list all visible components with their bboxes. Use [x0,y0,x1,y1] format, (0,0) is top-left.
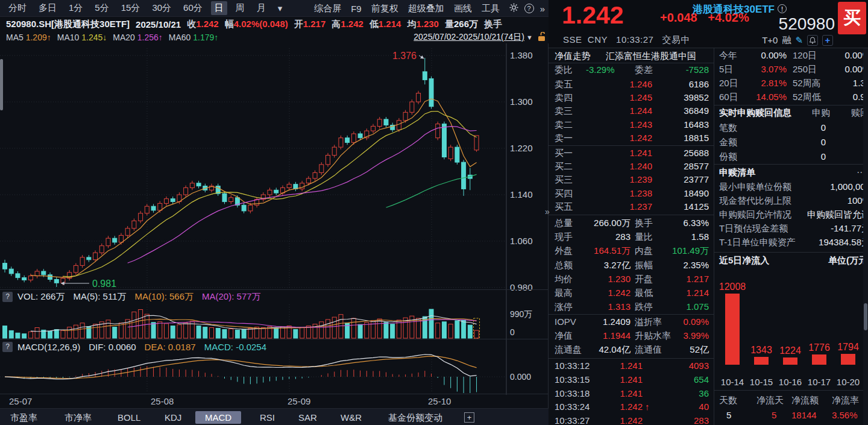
realtime-label: 份额 [719,151,737,163]
level-label: 卖四 [555,92,573,104]
realtime-label: 笔数 [719,122,737,134]
divider [549,145,714,146]
svg-text:0: 0 [510,327,515,337]
bid-row-1[interactable]: 买一1.24125688 [549,147,714,159]
period-tab-2[interactable]: 1分 [65,1,86,15]
flow-table-value: 5 [726,409,731,421]
period-tab-8[interactable]: 周 [232,1,248,15]
help-icon[interactable]: ? [2,342,13,352]
indicator-tab-W&R[interactable]: W&R [336,411,366,424]
tool-0[interactable]: 综合屏 [310,2,345,16]
indicator-value-1: DIF: 0.0060 [89,342,136,352]
svg-text:0.000: 0.000 [510,372,531,382]
level-price: 1.242 [585,132,652,144]
tool-4[interactable]: 画线 [450,2,476,16]
level-price: 1.238 [585,187,652,200]
range-dropdown-icon[interactable]: ▼ [526,34,533,41]
margin-flag: 融 [782,34,791,46]
realtime-value: 0 [775,136,826,148]
tick-price: 1.241 [585,374,643,386]
stat-row-4: 均价1.230开盘1.217 [549,273,714,285]
ma-value: 1.245↓ [81,33,107,42]
period-tab-4[interactable]: 15分 [118,1,144,15]
date-range-selector[interactable]: 2025/07/02-2025/10/21(74日) [414,32,524,43]
indicator-tab-RSI[interactable]: RSI [255,411,280,424]
shenshu-value: -141.77元 [831,222,868,235]
period-tab-6[interactable]: 60分 [180,1,206,15]
scrollbar-thumb[interactable] [864,303,867,330]
macd-panel-header: ?MACD(12,26,9)DIF: 0.0060DEA: 0.0187MACD… [0,341,546,353]
ask-row-5[interactable]: 卖五1.2466186 [549,78,714,90]
pencil-icon[interactable]: ✎ [795,35,803,46]
period-tab-9[interactable]: 月 [253,1,269,15]
ma-item-MA5: MA5 1.209↑ [6,33,51,42]
indicator-tab-市净率[interactable]: 市净率 [60,411,96,424]
scrollbar[interactable] [863,48,868,425]
indicator-value-1: MA(5): 511万 [73,291,126,303]
flow-table-value: 18144 [791,409,817,421]
tool-2[interactable]: 前复权 [368,2,402,16]
flow-bar-date: 10-17 [804,377,834,387]
stat-value: 3.99% [683,330,709,342]
indicator-tab-KDJ[interactable]: KDJ [160,411,186,424]
ask-row-2[interactable]: 卖二1.24316483 [549,119,714,131]
tick-row-1: 10:33:151.241654 [549,374,714,386]
level-qty: 25688 [684,147,709,159]
tool-5[interactable]: 工具 [478,2,503,16]
x-axis-label: 25-07 [9,396,32,406]
flow-table-value: 5 [772,409,776,421]
shenshu-row-0: 最小申赎单位份额1,000,000 [714,181,868,193]
perf-value: 14.05% [738,91,787,103]
realtime-row-2: 份额00 [714,151,868,163]
help-icon[interactable]: ? [524,4,534,13]
security-name: 港股通科技30ETF! [693,2,787,16]
stat-label: 升贴水率 [635,330,671,342]
info-field-label: 量 [445,19,454,29]
tick-qty: 40 [699,401,709,413]
divider [0,339,549,339]
ask-row-4[interactable]: 卖四1.24539852 [549,92,714,104]
toolbar-more-icon[interactable]: » [540,4,545,14]
kline-chart[interactable]: 1.3801.3001.2201.1401.0600.9801.3760.981… [0,0,549,425]
info-field-value: 1.242 [341,19,363,29]
period-tab-5[interactable]: 30分 [148,1,175,15]
divider [714,105,868,105]
stat-value: 6.33% [683,217,709,229]
bid-row-5[interactable]: 买五1.23714125 [549,201,714,213]
tick-price: 1.242 [585,415,643,425]
realtime-header-row: 实时申购赎回信息申购赎回 [714,107,868,119]
add-watch-icon[interactable]: + [822,35,833,46]
period-tab-0[interactable]: 分时 [5,1,30,15]
ask-row-3[interactable]: 卖三1.24436849 [549,105,714,117]
panel-collapse-handle[interactable]: » [545,207,550,216]
bid-row-2[interactable]: 买二1.24028577 [549,160,714,172]
gear-icon[interactable] [509,3,518,14]
bid-row-3[interactable]: 买三1.23923777 [549,174,714,186]
stat-value: 1.075 [686,301,709,313]
bid-row-4[interactable]: 买四1.23818490 [549,187,714,200]
period-tab-3[interactable]: 5分 [91,1,112,15]
left-panel-handle[interactable] [0,59,3,110]
stat-row-1: 现手283量比1.58 [549,231,714,243]
add-indicator-button[interactable]: + [464,412,474,423]
ask-row-1[interactable]: 卖一1.24218815 [549,132,714,144]
nav-tab-chart[interactable]: 净值走势 [555,50,591,62]
period-tab-1[interactable]: 多日 [35,1,60,15]
indicator-tab-基金份额变动[interactable]: 基金份额变动 [383,411,447,424]
tool-3[interactable]: 超级叠加 [404,2,448,16]
indicator-tab-SAR[interactable]: SAR [294,411,322,424]
stat-label: 内盘 [635,245,653,257]
period-tab-7[interactable]: 日 [211,1,227,15]
buy-button[interactable]: 买 [838,2,866,34]
shenshu-label: T日预估现金差额 [719,222,788,235]
period-dropdown-icon[interactable]: ▾ [274,2,286,15]
bell-icon[interactable] [807,35,818,46]
indicator-tab-BOLL[interactable]: BOLL [113,411,145,424]
help-icon[interactable]: ? [2,292,13,302]
indicator-tab-MACD[interactable]: MACD [195,411,241,424]
quote-info-bar: 520980.SH[港股通科技30ETF]2025/10/21收1.242幅4.… [0,17,549,31]
lock-icon[interactable] [537,32,546,44]
indicator-tab-市盈率[interactable]: 市盈率 [5,411,42,424]
tool-1[interactable]: F9 [347,2,365,15]
info-icon[interactable]: ! [778,4,787,13]
